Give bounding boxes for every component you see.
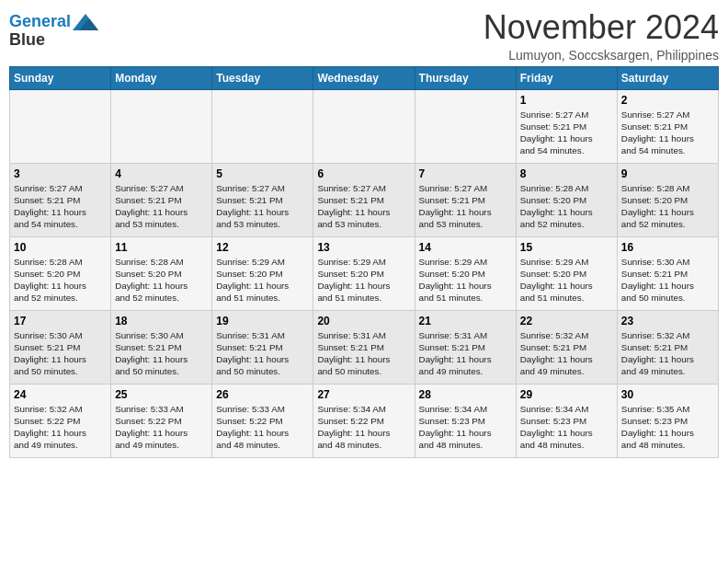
day-info: Sunrise: 5:27 AMSunset: 5:21 PMDaylight:… (520, 109, 613, 157)
calendar-cell: 8Sunrise: 5:28 AMSunset: 5:20 PMDaylight… (516, 163, 617, 236)
day-info: Sunrise: 5:33 AMSunset: 5:22 PMDaylight:… (216, 403, 309, 452)
weekday-header-friday: Friday (516, 66, 617, 89)
day-info: Sunrise: 5:28 AMSunset: 5:20 PMDaylight:… (621, 182, 714, 231)
title-area: November 2024 Lumuyon, Soccsksargen, Phi… (483, 9, 719, 63)
calendar-header: SundayMondayTuesdayWednesdayThursdayFrid… (10, 66, 719, 89)
calendar-week-4: 17Sunrise: 5:30 AMSunset: 5:21 PMDayligh… (10, 310, 719, 384)
day-info: Sunrise: 5:34 AMSunset: 5:23 PMDaylight:… (419, 403, 512, 452)
day-number: 17 (14, 315, 107, 327)
calendar-cell (313, 89, 415, 163)
day-info: Sunrise: 5:28 AMSunset: 5:20 PMDaylight:… (520, 182, 613, 231)
calendar-cell: 15Sunrise: 5:29 AMSunset: 5:20 PMDayligh… (516, 236, 617, 310)
calendar-cell: 1Sunrise: 5:27 AMSunset: 5:21 PMDaylight… (516, 89, 617, 163)
day-info: Sunrise: 5:30 AMSunset: 5:21 PMDaylight:… (115, 329, 208, 378)
day-number: 14 (419, 241, 512, 254)
page-header: General Blue November 2024 Lumuyon, Socc… (9, 9, 719, 63)
calendar-cell: 17Sunrise: 5:30 AMSunset: 5:21 PMDayligh… (10, 310, 111, 384)
calendar-cell: 5Sunrise: 5:27 AMSunset: 5:21 PMDaylight… (212, 163, 313, 236)
day-info: Sunrise: 5:27 AMSunset: 5:21 PMDaylight:… (419, 182, 512, 231)
calendar-cell: 28Sunrise: 5:34 AMSunset: 5:23 PMDayligh… (415, 384, 516, 457)
day-number: 5 (216, 167, 309, 180)
location-subtitle: Lumuyon, Soccsksargen, Philippines (483, 48, 719, 63)
day-info: Sunrise: 5:32 AMSunset: 5:21 PMDaylight:… (621, 329, 714, 378)
weekday-header-thursday: Thursday (415, 66, 516, 89)
day-number: 12 (216, 241, 309, 254)
day-info: Sunrise: 5:27 AMSunset: 5:21 PMDaylight:… (621, 109, 714, 157)
day-number: 21 (419, 315, 512, 327)
day-number: 3 (14, 167, 107, 180)
weekday-header-tuesday: Tuesday (212, 66, 313, 89)
calendar-cell: 14Sunrise: 5:29 AMSunset: 5:20 PMDayligh… (415, 236, 516, 310)
day-number: 29 (520, 388, 613, 401)
day-number: 9 (621, 167, 714, 180)
calendar-cell: 27Sunrise: 5:34 AMSunset: 5:22 PMDayligh… (313, 384, 415, 457)
calendar-cell: 12Sunrise: 5:29 AMSunset: 5:20 PMDayligh… (212, 236, 313, 310)
day-number: 25 (115, 388, 208, 401)
calendar-table: SundayMondayTuesdayWednesdayThursdayFrid… (9, 66, 719, 458)
calendar-week-5: 24Sunrise: 5:32 AMSunset: 5:22 PMDayligh… (10, 384, 719, 457)
day-info: Sunrise: 5:32 AMSunset: 5:22 PMDaylight:… (14, 403, 107, 452)
day-number: 4 (115, 167, 208, 180)
day-number: 6 (317, 167, 410, 180)
calendar-cell: 22Sunrise: 5:32 AMSunset: 5:21 PMDayligh… (516, 310, 617, 384)
calendar-cell (111, 89, 212, 163)
calendar-cell: 9Sunrise: 5:28 AMSunset: 5:20 PMDaylight… (617, 163, 718, 236)
weekday-header-wednesday: Wednesday (313, 66, 415, 89)
calendar-cell: 19Sunrise: 5:31 AMSunset: 5:21 PMDayligh… (212, 310, 313, 384)
calendar-cell: 30Sunrise: 5:35 AMSunset: 5:23 PMDayligh… (617, 384, 718, 457)
calendar-cell: 2Sunrise: 5:27 AMSunset: 5:21 PMDaylight… (617, 89, 718, 163)
day-number: 20 (317, 315, 410, 327)
day-number: 16 (621, 241, 714, 254)
logo-blue: Blue (9, 31, 45, 50)
day-info: Sunrise: 5:30 AMSunset: 5:21 PMDaylight:… (621, 256, 714, 304)
calendar-week-1: 1Sunrise: 5:27 AMSunset: 5:21 PMDaylight… (10, 89, 719, 163)
day-info: Sunrise: 5:27 AMSunset: 5:21 PMDaylight:… (115, 182, 208, 231)
day-number: 1 (520, 94, 613, 107)
logo-general: General (9, 12, 71, 30)
day-info: Sunrise: 5:29 AMSunset: 5:20 PMDaylight:… (419, 256, 512, 304)
day-info: Sunrise: 5:33 AMSunset: 5:22 PMDaylight:… (115, 403, 208, 452)
day-info: Sunrise: 5:35 AMSunset: 5:23 PMDaylight:… (621, 403, 714, 452)
day-info: Sunrise: 5:34 AMSunset: 5:23 PMDaylight:… (520, 403, 613, 452)
day-number: 15 (520, 241, 613, 254)
day-info: Sunrise: 5:27 AMSunset: 5:21 PMDaylight:… (216, 182, 309, 231)
calendar-week-3: 10Sunrise: 5:28 AMSunset: 5:20 PMDayligh… (10, 236, 719, 310)
weekday-header-row: SundayMondayTuesdayWednesdayThursdayFrid… (10, 66, 719, 89)
weekday-header-sunday: Sunday (10, 66, 111, 89)
calendar-cell (10, 89, 111, 163)
calendar-cell: 29Sunrise: 5:34 AMSunset: 5:23 PMDayligh… (516, 384, 617, 457)
calendar-cell: 21Sunrise: 5:31 AMSunset: 5:21 PMDayligh… (415, 310, 516, 384)
day-number: 7 (419, 167, 512, 180)
calendar-cell: 7Sunrise: 5:27 AMSunset: 5:21 PMDaylight… (415, 163, 516, 236)
day-info: Sunrise: 5:27 AMSunset: 5:21 PMDaylight:… (317, 182, 410, 231)
calendar-cell: 3Sunrise: 5:27 AMSunset: 5:21 PMDaylight… (10, 163, 111, 236)
calendar-cell (415, 89, 516, 163)
logo: General Blue (9, 9, 98, 50)
calendar-cell (212, 89, 313, 163)
day-info: Sunrise: 5:32 AMSunset: 5:21 PMDaylight:… (520, 329, 613, 378)
calendar-cell: 11Sunrise: 5:28 AMSunset: 5:20 PMDayligh… (111, 236, 212, 310)
weekday-header-monday: Monday (111, 66, 212, 89)
day-number: 26 (216, 388, 309, 401)
day-number: 30 (621, 388, 714, 401)
day-info: Sunrise: 5:28 AMSunset: 5:20 PMDaylight:… (115, 256, 208, 304)
day-number: 27 (317, 388, 410, 401)
day-info: Sunrise: 5:31 AMSunset: 5:21 PMDaylight:… (317, 329, 410, 378)
day-number: 19 (216, 315, 309, 327)
calendar-cell: 20Sunrise: 5:31 AMSunset: 5:21 PMDayligh… (313, 310, 415, 384)
calendar-cell: 6Sunrise: 5:27 AMSunset: 5:21 PMDaylight… (313, 163, 415, 236)
day-number: 2 (621, 94, 714, 107)
calendar-body: 1Sunrise: 5:27 AMSunset: 5:21 PMDaylight… (10, 89, 719, 457)
day-number: 11 (115, 241, 208, 254)
day-number: 24 (14, 388, 107, 401)
calendar-cell: 13Sunrise: 5:29 AMSunset: 5:20 PMDayligh… (313, 236, 415, 310)
calendar-week-2: 3Sunrise: 5:27 AMSunset: 5:21 PMDaylight… (10, 163, 719, 236)
day-number: 13 (317, 241, 410, 254)
day-info: Sunrise: 5:29 AMSunset: 5:20 PMDaylight:… (317, 256, 410, 304)
day-info: Sunrise: 5:31 AMSunset: 5:21 PMDaylight:… (419, 329, 512, 378)
calendar-cell: 16Sunrise: 5:30 AMSunset: 5:21 PMDayligh… (617, 236, 718, 310)
day-number: 22 (520, 315, 613, 327)
day-number: 8 (520, 167, 613, 180)
day-info: Sunrise: 5:31 AMSunset: 5:21 PMDaylight:… (216, 329, 309, 378)
day-number: 23 (621, 315, 714, 327)
